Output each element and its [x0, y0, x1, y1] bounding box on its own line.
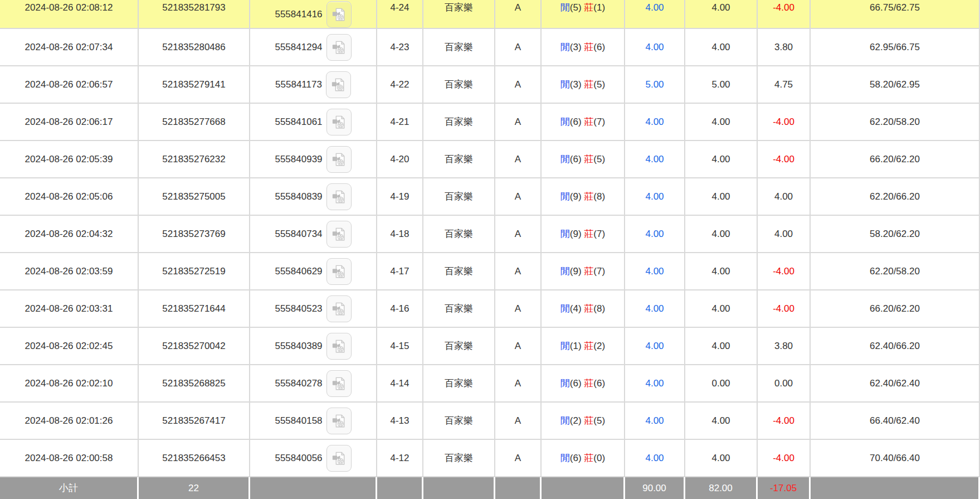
video-replay-button[interactable] — [326, 258, 352, 285]
bet-amount: 4.00 — [625, 253, 685, 290]
balance-before-after: 62.20/66.20 — [811, 178, 980, 216]
round-id-cell: 555841061 — [250, 104, 377, 141]
bet-row[interactable]: 2024-08-26 02:05:39 521835276232 5558409… — [0, 141, 980, 178]
balance-before-after: 66.20/62.20 — [811, 141, 980, 178]
bet-amount: 4.00 — [625, 216, 685, 253]
player-score: (6) — [570, 117, 582, 127]
video-replay-button[interactable] — [326, 146, 352, 173]
game-type: 百家樂 — [423, 216, 495, 253]
round-id: 555841173 — [275, 79, 322, 90]
bet-amount: 4.00 — [625, 141, 685, 178]
round-id: 555840278 — [275, 378, 322, 389]
bet-row[interactable]: 2024-08-26 02:04:32 521835273769 5558407… — [0, 216, 980, 253]
player-label: 閒 — [560, 266, 570, 277]
table-name: A — [495, 365, 542, 403]
balance-before-after: 58.20/62.20 — [811, 216, 980, 253]
table-name: A — [495, 141, 542, 178]
banker-label: 莊 — [584, 191, 593, 202]
subtotal-count: 22 — [139, 477, 250, 499]
banker-score: (5) — [593, 415, 605, 426]
video-replay-icon — [331, 152, 346, 167]
balance-before-after: 62.20/58.20 — [811, 104, 980, 141]
shoe-round: 4-19 — [377, 178, 423, 216]
shoe-round: 4-22 — [377, 66, 423, 104]
shoe-round: 4-14 — [377, 365, 423, 403]
game-type: 百家樂 — [423, 104, 495, 141]
valid-bet-amount: 4.00 — [685, 141, 758, 178]
game-result: 閒(2) 莊(5) — [542, 403, 625, 440]
valid-bet-amount: 4.00 — [685, 403, 758, 440]
bet-id: 521835275005 — [139, 178, 250, 216]
bet-row[interactable]: 2024-08-26 02:07:34 521835280486 5558412… — [0, 29, 980, 66]
player-score: (4) — [570, 303, 582, 314]
bet-id: 521835272519 — [139, 253, 250, 290]
bet-row[interactable]: 2024-08-26 02:03:59 521835272519 5558406… — [0, 253, 980, 290]
shoe-round: 4-13 — [377, 403, 423, 440]
shoe-round: 4-24 — [377, 0, 423, 29]
shoe-round: 4-20 — [377, 141, 423, 178]
bet-time: 2024-08-26 02:04:32 — [0, 216, 139, 253]
player-score: (5) — [570, 2, 582, 13]
player-label: 閒 — [560, 378, 570, 389]
game-type: 百家樂 — [423, 403, 495, 440]
banker-score: (6) — [593, 42, 605, 52]
video-replay-icon — [331, 451, 346, 466]
banker-label: 莊 — [584, 341, 593, 351]
video-replay-button[interactable] — [326, 1, 352, 28]
round-id: 555840523 — [275, 303, 322, 314]
video-replay-button[interactable] — [326, 370, 352, 397]
table-name: A — [495, 66, 542, 104]
banker-score: (5) — [593, 79, 605, 90]
bet-id: 521835281793 — [139, 0, 250, 29]
shoe-round: 4-23 — [377, 29, 423, 66]
win-loss: -4.00 — [758, 104, 811, 141]
round-id: 555840158 — [275, 415, 322, 427]
video-replay-button[interactable] — [326, 109, 352, 135]
round-id: 555841061 — [275, 117, 322, 128]
round-id-cell: 555841294 — [250, 29, 377, 66]
round-id-cell: 555840278 — [250, 365, 377, 403]
bet-row[interactable]: 2024-08-26 02:05:06 521835275005 5558408… — [0, 178, 980, 216]
banker-label: 莊 — [584, 303, 593, 314]
bet-row[interactable]: 2024-08-26 02:00:58 521835266453 5558400… — [0, 440, 980, 477]
player-label: 閒 — [560, 42, 570, 52]
round-id-cell: 555840839 — [250, 178, 377, 216]
table-name: A — [495, 440, 542, 477]
balance-before-after: 62.40/62.40 — [811, 365, 980, 403]
bet-row[interactable]: 2024-08-26 02:06:17 521835277668 5558410… — [0, 104, 980, 141]
video-replay-button[interactable] — [326, 221, 352, 248]
round-id: 555840389 — [275, 341, 322, 352]
bet-row[interactable]: 2024-08-26 02:03:31 521835271644 5558405… — [0, 290, 980, 328]
shoe-round: 4-18 — [377, 216, 423, 253]
game-type: 百家樂 — [423, 29, 495, 66]
bet-row[interactable]: 2024-08-26 02:02:10 521835268825 5558402… — [0, 365, 980, 403]
video-replay-button[interactable] — [326, 445, 352, 472]
bet-amount: 4.00 — [625, 104, 685, 141]
game-result: 閒(3) 莊(5) — [542, 66, 625, 104]
bet-time: 2024-08-26 02:07:34 — [0, 29, 139, 66]
round-id: 555840734 — [275, 229, 322, 240]
bet-row[interactable]: 2024-08-26 02:06:57 521835279141 5558411… — [0, 66, 980, 104]
bet-time: 2024-08-26 02:08:12 — [0, 0, 139, 29]
round-id: 555840056 — [275, 453, 322, 464]
game-result: 閒(9) 莊(8) — [542, 178, 625, 216]
video-replay-button[interactable] — [326, 183, 352, 210]
video-replay-button[interactable] — [326, 71, 351, 98]
video-replay-button[interactable] — [326, 34, 352, 61]
shoe-round: 4-16 — [377, 290, 423, 328]
win-loss: 4.00 — [758, 178, 811, 216]
bet-time: 2024-08-26 02:01:26 — [0, 403, 139, 440]
video-replay-button[interactable] — [326, 333, 352, 360]
bet-time: 2024-08-26 02:02:10 — [0, 365, 139, 403]
game-result: 閒(6) 莊(6) — [542, 365, 625, 403]
balance-before-after: 66.40/62.40 — [811, 403, 980, 440]
banker-label: 莊 — [584, 154, 593, 164]
bet-amount: 4.00 — [625, 0, 685, 29]
bet-row[interactable]: 2024-08-26 02:08:12 521835281793 5558414… — [0, 0, 980, 29]
bet-row[interactable]: 2024-08-26 02:02:45 521835270042 5558403… — [0, 328, 980, 365]
round-id-cell: 555840629 — [250, 253, 377, 290]
video-replay-button[interactable] — [326, 295, 352, 322]
bet-row[interactable]: 2024-08-26 02:01:26 521835267417 5558401… — [0, 403, 980, 440]
video-replay-button[interactable] — [326, 408, 352, 434]
bet-time: 2024-08-26 02:02:45 — [0, 328, 139, 365]
